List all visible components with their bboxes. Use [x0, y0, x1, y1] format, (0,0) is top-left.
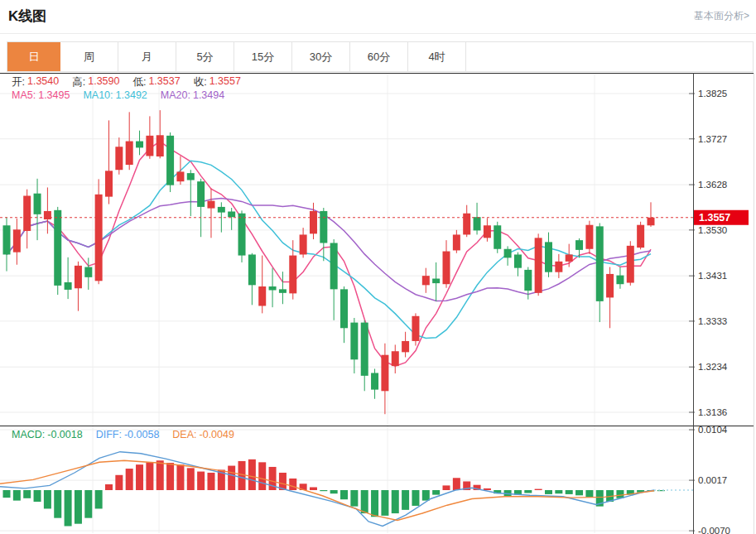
svg-text:0.0017: 0.0017 — [698, 475, 727, 485]
svg-text:1.3825: 1.3825 — [698, 89, 727, 99]
candles — [3, 110, 655, 414]
ohlc-row-item: 低:1.3537 — [132, 75, 180, 89]
ma-row-item: MA20:1.3494 — [161, 89, 224, 101]
svg-text:1.3333: 1.3333 — [698, 316, 727, 326]
svg-text:1.3234: 1.3234 — [698, 362, 728, 372]
ma10-line — [7, 161, 651, 338]
svg-text:1.3431: 1.3431 — [698, 271, 727, 281]
plot-layers — [0, 110, 693, 526]
svg-text:1.3727: 1.3727 — [698, 134, 727, 144]
ohlc-readout: 开:1.3540高:1.3590低:1.3537收:1.3557 — [12, 75, 241, 89]
macd-readout: MACD:-0.0018DIFF:-0.0058DEA:-0.0049 — [12, 429, 234, 440]
svg-text:1.3628: 1.3628 — [698, 180, 727, 190]
ohlc-row-item: 开:1.3540 — [12, 75, 59, 89]
ma5-line — [7, 142, 651, 367]
macd-histogram — [3, 459, 665, 527]
ma-readout: MA5:1.3495MA10:1.3492MA20:1.3494 — [12, 89, 224, 101]
axes: 1.38251.37271.36281.35301.34311.33331.32… — [0, 73, 754, 534]
macd-row-item: MACD:-0.0018 — [12, 429, 83, 440]
svg-text:1.3530: 1.3530 — [698, 225, 727, 235]
macd-row-item: DIFF:-0.0058 — [96, 429, 160, 440]
macd-row-item: DEA:-0.0049 — [172, 429, 234, 440]
ma-row-item: MA10:1.3492 — [83, 89, 147, 101]
ma-row-item: MA5:1.3495 — [12, 89, 70, 101]
svg-text:1.3557: 1.3557 — [699, 212, 730, 224]
current-price-tag: 1.3557 — [694, 210, 749, 225]
ohlc-row-item: 收:1.3557 — [194, 75, 241, 89]
ohlc-row-item: 高:1.3590 — [72, 75, 119, 89]
svg-text:1.3136: 1.3136 — [698, 407, 727, 417]
svg-text:-0.0070: -0.0070 — [698, 526, 730, 534]
